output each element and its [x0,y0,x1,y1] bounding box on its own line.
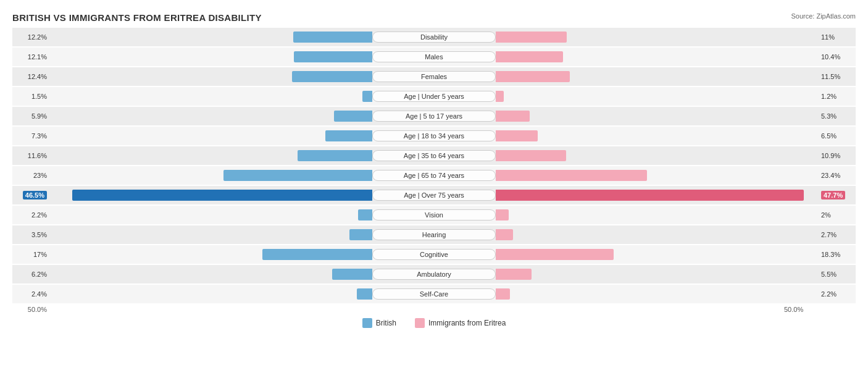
bar-label: Age | Over 75 years [372,190,496,201]
bar-left [357,288,372,300]
bar-label: Males [372,51,496,62]
bar-left [349,229,372,240]
val-right: 5.3% [819,112,856,120]
bar-left-wrap [49,87,372,106]
val-right: 1.2% [819,93,856,100]
bar-label: Disability [372,32,496,43]
val-right: 11% [819,33,856,41]
bars-area: 12.2% Disability 11% 12.1% [12,28,856,303]
legend-area: British Immigrants from Eritrea [12,318,856,328]
bar-left-wrap [49,127,372,145]
bar-label: Age | Under 5 years [372,91,496,102]
val-left: 2.2% [12,211,49,219]
bar-left-wrap [49,48,372,66]
british-label: British [376,319,396,327]
axis-left-label: 50.0% [12,306,49,313]
bar-left [72,190,372,201]
eritrea-swatch [415,318,425,328]
val-left: 11.6% [12,152,49,159]
bar-left [325,130,372,141]
bar-left-wrap [49,28,372,46]
val-right: 23.4% [819,172,856,179]
bar-right-wrap [496,186,819,204]
val-right: 10.4% [819,53,856,61]
val-right: 2.7% [819,231,856,238]
bar-row: 23% Age | 65 to 74 years 23.4% [12,166,856,185]
bar-left-wrap [49,107,372,125]
bar-label: Age | 18 to 34 years [372,130,496,141]
bar-label: Females [372,71,496,82]
bar-row: 12.2% Disability 11% [12,28,856,46]
bar-right [496,170,647,181]
val-right: 11.5% [819,73,856,80]
val-left: 5.9% [12,112,49,120]
bar-row: 1.5% Age | Under 5 years 1.2% [12,87,856,106]
bar-row: 6.2% Ambulatory 5.5% [12,265,856,284]
val-right: 6.5% [819,132,856,140]
bar-right [496,91,504,102]
bar-right [496,71,570,82]
bar-right [496,32,567,43]
bar-right [496,249,614,260]
val-right: 18.3% [819,251,856,258]
bar-left-wrap [49,225,372,244]
bar-right [496,150,566,161]
source-label: Source: ZipAtlas.com [791,12,856,20]
val-left: 46.5% [12,191,49,199]
bar-left-wrap [49,166,372,185]
bar-left-wrap [49,285,372,303]
bar-left-wrap [49,245,372,264]
bar-left-wrap [49,146,372,165]
val-right: 2% [819,211,856,219]
axis-right-label: 50.0% [782,306,819,313]
val-left: 2.4% [12,290,49,298]
val-right: 47.7% [819,191,856,199]
bar-left [262,249,372,260]
bar-left [294,51,372,62]
eritrea-label: Immigrants from Eritrea [428,319,506,327]
bar-right [496,209,509,220]
bar-row: 7.3% Age | 18 to 34 years 6.5% [12,127,856,145]
val-left: 12.4% [12,73,49,80]
bar-row: 12.4% Females 11.5% [12,67,856,86]
legend-eritrea: Immigrants from Eritrea [415,318,506,328]
val-left: 7.3% [12,132,49,140]
val-right: 5.5% [819,271,856,278]
bar-right-wrap [496,265,819,284]
bar-left [223,170,372,181]
bar-left-wrap [49,186,372,204]
bar-right-wrap [496,245,819,264]
bar-label: Age | 35 to 64 years [372,150,496,161]
chart-title: British vs Immigrants from Eritrea Disab… [12,12,856,23]
bar-right-wrap [496,87,819,106]
val-right: 2.2% [819,290,856,298]
val-left: 1.5% [12,93,49,100]
val-left: 3.5% [12,231,49,238]
val-left: 12.1% [12,53,49,61]
bar-right-wrap [496,28,819,46]
bar-right [496,130,538,141]
bar-row: 17% Cognitive 18.3% [12,245,856,264]
bar-right-wrap [496,146,819,165]
bar-right-wrap [496,225,819,244]
bar-left [334,111,372,122]
british-swatch [362,318,372,328]
bar-left-wrap [49,67,372,86]
bar-right [496,51,563,62]
val-left: 6.2% [12,271,49,278]
chart-container: British vs Immigrants from Eritrea Disab… [0,6,868,340]
bar-label: Hearing [372,229,496,240]
bar-row: 3.5% Hearing 2.7% [12,225,856,244]
bar-row: 2.4% Self-Care 2.2% [12,285,856,303]
legend-british: British [362,318,396,328]
bar-label: Cognitive [372,249,496,260]
bar-right-wrap [496,166,819,185]
bar-right [496,269,532,280]
bar-row: 46.5% Age | Over 75 years 47.7% [12,186,856,204]
bar-left [292,71,372,82]
bar-right-wrap [496,285,819,303]
bar-left [358,209,372,220]
bar-left [362,91,372,102]
bar-right [496,111,530,122]
bar-left [332,269,372,280]
